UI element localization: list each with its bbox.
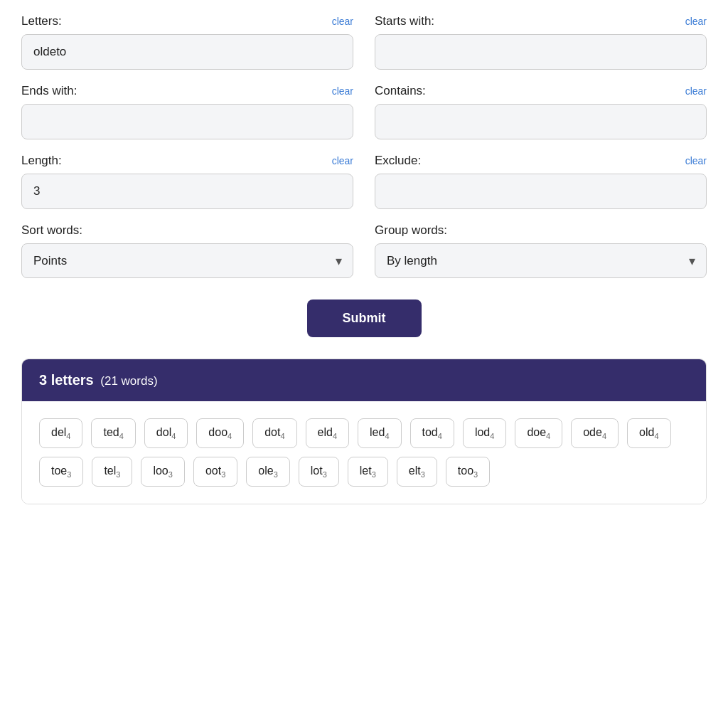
group-select-wrapper: By lengthNo groupingBy first letter [375,243,707,278]
word-card[interactable]: dol4 [144,418,188,448]
length-input[interactable] [21,174,353,209]
word-card[interactable]: ode4 [571,418,619,448]
group-field-group: Group words: By lengthNo groupingBy firs… [375,223,707,278]
word-card[interactable]: ted4 [91,418,135,448]
word-card[interactable]: too3 [446,457,490,487]
word-card[interactable]: doe4 [515,418,562,448]
letters-field-group: Letters: clear [21,14,353,70]
ends-with-field-group: Ends with: clear [21,84,353,139]
word-card[interactable]: elt3 [397,457,437,487]
word-card[interactable]: oot3 [193,457,237,487]
contains-input[interactable] [375,104,707,139]
letters-clear-link[interactable]: clear [332,16,353,27]
ends-with-label: Ends with: [21,84,77,98]
results-section: 3 letters (21 words) del4ted4dol4doo4dot… [21,359,707,504]
length-label: Length: [21,154,62,168]
length-field-group: Length: clear [21,154,353,209]
exclude-field-group: Exclude: clear [375,154,707,209]
starts-with-label: Starts with: [375,14,434,28]
sort-label: Sort words: [21,223,82,238]
word-card[interactable]: del4 [39,418,82,448]
starts-with-field-group: Starts with: clear [375,14,707,70]
starts-with-input[interactable] [375,34,707,70]
exclude-clear-link[interactable]: clear [685,155,707,166]
words-grid: del4ted4dol4doo4dot4eld4led4tod4lod4doe4… [22,401,706,504]
ends-with-input[interactable] [21,104,353,139]
word-card[interactable]: old4 [627,418,670,448]
letters-input[interactable] [21,34,353,70]
exclude-label: Exclude: [375,154,421,168]
word-card[interactable]: ole3 [246,457,289,487]
group-select[interactable]: By lengthNo groupingBy first letter [375,243,707,278]
word-card[interactable]: tel3 [92,457,132,487]
contains-clear-link[interactable]: clear [685,85,707,97]
word-card[interactable]: lot3 [299,457,339,487]
starts-with-clear-link[interactable]: clear [685,16,707,27]
ends-with-clear-link[interactable]: clear [332,85,353,97]
letters-label: Letters: [21,14,62,28]
word-count: (21 words) [100,374,157,388]
submit-row: Submit [21,300,707,337]
results-header: 3 letters (21 words) [22,359,706,401]
word-card[interactable]: doo4 [196,418,244,448]
exclude-input[interactable] [375,174,707,209]
submit-button[interactable]: Submit [307,300,422,337]
contains-label: Contains: [375,84,426,98]
contains-field-group: Contains: clear [375,84,707,139]
word-card[interactable]: let3 [348,457,388,487]
letter-count: 3 letters [39,372,94,388]
word-card[interactable]: tod4 [410,418,454,448]
sort-select-wrapper: PointsA-ZZ-ALength [21,243,353,278]
sort-select[interactable]: PointsA-ZZ-ALength [21,243,353,278]
word-card[interactable]: dot4 [252,418,296,448]
sort-field-group: Sort words: PointsA-ZZ-ALength [21,223,353,278]
group-label: Group words: [375,223,447,238]
word-card[interactable]: toe3 [39,457,83,487]
word-card[interactable]: lod4 [463,418,506,448]
word-card[interactable]: led4 [358,418,401,448]
word-card[interactable]: loo3 [141,457,184,487]
word-card[interactable]: eld4 [306,418,349,448]
length-clear-link[interactable]: clear [332,155,353,166]
